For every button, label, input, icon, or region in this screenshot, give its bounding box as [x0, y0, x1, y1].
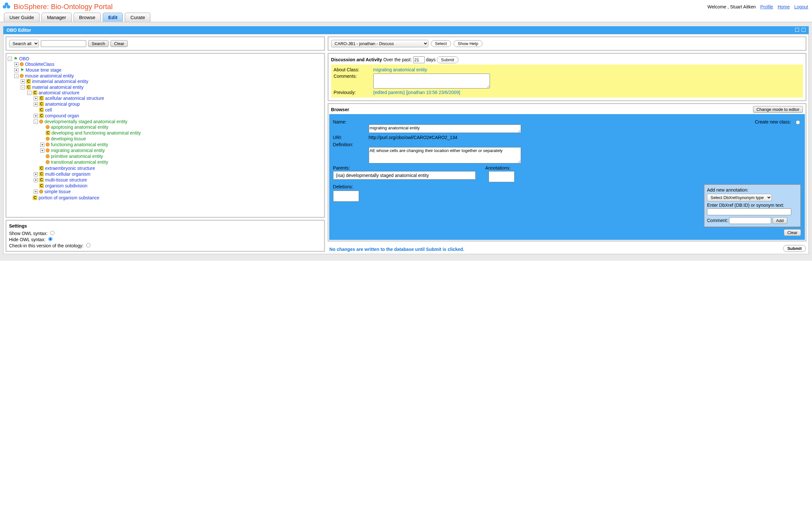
search-button[interactable]: Search: [88, 40, 109, 47]
change-mode-button[interactable]: Change mode to editor: [753, 106, 803, 113]
changeset-select[interactable]: CARO-JB1 - jonathan - Discuss: [331, 40, 428, 47]
class-icon: [20, 74, 24, 78]
tab-userguide[interactable]: User Guide: [4, 12, 39, 22]
browser-heading: Browser: [331, 107, 349, 112]
tree-node[interactable]: ObsoleteClass: [25, 62, 54, 67]
hide-owl-radio[interactable]: [48, 237, 53, 241]
expander-icon[interactable]: -: [8, 57, 12, 61]
select-button[interactable]: Select: [431, 40, 451, 47]
tree-node[interactable]: anatomical structure: [38, 90, 79, 95]
c-icon: C: [46, 131, 50, 135]
discussion-submit-button[interactable]: Submit: [437, 56, 458, 63]
annotations-box[interactable]: [489, 171, 515, 182]
expander-icon[interactable]: +: [34, 96, 38, 100]
tree-node[interactable]: developing and functioning anatomical en…: [52, 130, 141, 136]
deletions-box[interactable]: [333, 191, 359, 202]
expander-icon[interactable]: -: [21, 85, 25, 89]
create-new-class-radio[interactable]: [796, 120, 800, 124]
tree-node[interactable]: anatomical group: [45, 102, 80, 107]
c-icon: C: [33, 90, 37, 95]
annotation-type-select[interactable]: Select DbXref/synonym type: [707, 194, 772, 201]
expander-icon[interactable]: -: [34, 120, 38, 124]
userbar: Welcome , Stuart Aitken Profile Home Log…: [707, 4, 808, 9]
tab-manager[interactable]: Manager: [41, 12, 71, 22]
tree-node[interactable]: apoptosing anatomical entity: [51, 124, 108, 130]
tree-node[interactable]: mouse anatomical entity: [25, 73, 74, 79]
annotation-comment-input[interactable]: [729, 217, 771, 224]
tree-node[interactable]: developing tissue: [51, 136, 86, 141]
show-owl-radio[interactable]: [50, 231, 54, 235]
expander-icon[interactable]: +: [34, 102, 38, 106]
footer-submit-button[interactable]: Submit: [783, 245, 806, 252]
aboutclass-value[interactable]: migrating anatomical entity: [373, 67, 427, 72]
name-textarea[interactable]: [369, 124, 521, 133]
annotation-comment-label: Comment:: [707, 218, 728, 223]
expander-icon[interactable]: +: [34, 172, 38, 176]
expander-icon[interactable]: +: [40, 143, 45, 147]
tree-node[interactable]: Mouse time stage: [26, 67, 62, 73]
expander-icon[interactable]: -: [14, 74, 19, 78]
minimize-icon[interactable]: [795, 28, 799, 32]
tree-node[interactable]: extraembryonic structure: [45, 166, 95, 171]
add-annotation-button[interactable]: Add: [773, 217, 787, 224]
parents-box[interactable]: (isa) developmentally staged anatomical …: [333, 171, 476, 180]
expander-icon[interactable]: +: [34, 178, 38, 182]
tab-edit[interactable]: Edit: [103, 12, 123, 22]
checkin-radio[interactable]: [86, 243, 90, 247]
class-icon: [20, 62, 24, 66]
logout-link[interactable]: Logout: [794, 4, 808, 9]
logo-icon: [3, 2, 11, 11]
uri-label: URI:: [333, 135, 366, 140]
c-icon: C: [39, 96, 44, 100]
expander-icon[interactable]: +: [40, 148, 45, 153]
dbxref-input[interactable]: [707, 208, 791, 215]
expander-icon[interactable]: +: [34, 114, 38, 118]
tree-node[interactable]: acellular anatomical structure: [45, 96, 104, 101]
home-link[interactable]: Home: [778, 4, 790, 9]
flag-icon: ⚑: [13, 56, 18, 61]
show-help-button[interactable]: Show Help: [454, 40, 483, 47]
expander-icon[interactable]: +: [21, 79, 25, 84]
add-annotation-box: Add new annotation: Select DbXref/synony…: [704, 184, 801, 227]
discussion-panel: Discussion and Activity Over the past: d…: [327, 53, 807, 101]
class-icon: [46, 143, 50, 146]
tree-node[interactable]: multi-tissue structure: [45, 177, 87, 182]
expander-icon[interactable]: +: [14, 62, 19, 66]
tree-node[interactable]: transitional anatomical entity: [51, 160, 108, 165]
class-icon: [39, 190, 43, 194]
tree-node[interactable]: simple tissue: [45, 189, 70, 194]
class-icon: [46, 154, 50, 158]
hide-owl-row: Hide OWL syntax:: [9, 236, 321, 242]
tree-node[interactable]: organism subdivision: [45, 183, 87, 188]
tree-node[interactable]: developmentally staged anatomical entity: [45, 119, 127, 124]
tree-node[interactable]: primitive anatomical entity: [51, 154, 103, 159]
create-new-class-label: Create new class:: [755, 119, 791, 124]
discussion-title: Discussion and Activity: [331, 57, 382, 62]
tab-curate[interactable]: Curate: [125, 12, 150, 22]
maximize-icon[interactable]: [802, 28, 806, 32]
expander-icon[interactable]: -: [27, 91, 31, 95]
c-icon: C: [39, 183, 44, 188]
expander-icon[interactable]: +: [14, 68, 19, 72]
tree-node[interactable]: compound organ: [45, 113, 79, 118]
definition-textarea[interactable]: [369, 147, 521, 163]
days-input[interactable]: [413, 56, 425, 63]
tree-node[interactable]: functioning anatomical entity: [51, 142, 108, 147]
comments-textarea[interactable]: [373, 74, 490, 88]
tree-node[interactable]: immaterial anatomical entity: [32, 79, 88, 84]
tree-node[interactable]: multi-cellular organism: [45, 171, 90, 177]
tree-node-obo[interactable]: OBO: [19, 56, 29, 61]
browser-clear-button[interactable]: Clear: [784, 229, 801, 236]
tree-node[interactable]: portion of organism substance: [38, 195, 99, 200]
tree-node[interactable]: material anatomical entity: [32, 85, 84, 90]
search-clear-button[interactable]: Clear: [111, 40, 128, 47]
class-icon: [46, 125, 50, 129]
tree-node[interactable]: cell: [45, 107, 52, 113]
expander-icon[interactable]: +: [34, 190, 38, 194]
tree-node-migrating[interactable]: migrating anatomical entity: [51, 148, 105, 153]
class-icon: [46, 148, 50, 152]
profile-link[interactable]: Profile: [760, 4, 773, 9]
search-input[interactable]: [41, 40, 86, 47]
search-scope-select[interactable]: Search all: [9, 40, 39, 47]
tab-browse[interactable]: Browse: [74, 12, 101, 22]
